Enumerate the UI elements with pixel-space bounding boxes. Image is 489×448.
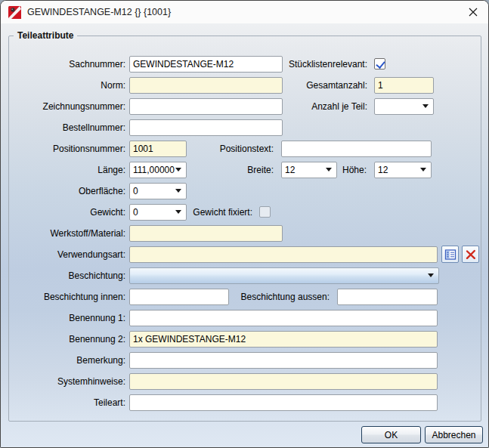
chevron-down-icon (420, 168, 426, 171)
group-title: Teileattribute (14, 30, 77, 41)
bemerkung-label: Bemerkung: (10, 355, 129, 366)
benennung1-input[interactable] (129, 310, 438, 326)
titlebar: GEWINDESTANGE-M12 {} {1001} (1, 1, 488, 23)
cancel-button[interactable]: Abbrechen (425, 426, 483, 443)
chevron-down-icon (175, 210, 181, 214)
close-icon[interactable] (463, 2, 484, 22)
positionstext-input[interactable] (281, 141, 432, 157)
anzahl-je-teil-combobox[interactable] (374, 98, 434, 115)
delete-button[interactable] (462, 246, 479, 263)
chevron-down-icon (175, 189, 181, 193)
chevron-down-icon (175, 168, 181, 171)
norm-label: Norm: (10, 80, 129, 91)
dialog-body: Teileattribute Sachnummer: Stücklistenre… (1, 23, 488, 447)
breite-combobox[interactable]: 12 (281, 162, 337, 178)
laenge-label: Länge: (10, 165, 129, 175)
systemhinweise-input[interactable] (129, 373, 438, 390)
systemhinweise-label: Systemhinweise: (10, 376, 129, 387)
zeichnungsnummer-label: Zeichnungsnummer: (10, 101, 129, 112)
beschichtung-innen-label: Beschichtung innen: (10, 292, 129, 302)
beschichtung-innen-input[interactable] (129, 289, 229, 305)
hoehe-combobox[interactable]: 12 (374, 162, 432, 178)
bestellnummer-input[interactable] (129, 119, 283, 136)
beschichtung-label: Beschichtung: (10, 270, 129, 281)
sachnummer-label: Sachnummer: (10, 59, 129, 70)
norm-input[interactable] (129, 77, 283, 94)
bestellnummer-label: Bestellnummer: (10, 122, 129, 133)
window-title: GEWINDESTANGE-M12 {} {1001} (27, 7, 171, 17)
chevron-down-icon (326, 168, 332, 171)
oberflaeche-combobox[interactable]: 0 (129, 183, 187, 199)
benennung1-label: Benennung 1: (10, 313, 129, 323)
positionstext-label: Positionstext: (187, 144, 277, 154)
gesamtanzahl-label: Gesamtanzahl: (283, 80, 371, 91)
sachnummer-input[interactable] (129, 56, 283, 73)
catalog-select-button[interactable] (441, 246, 459, 263)
teileart-input[interactable] (129, 394, 438, 411)
gewicht-fixiert-checkbox[interactable] (259, 206, 271, 218)
beschichtung-combobox[interactable] (129, 267, 439, 284)
werkstoff-input[interactable] (129, 225, 283, 242)
anzahl-je-teil-label: Anzahl je Teil: (283, 101, 371, 112)
beschichtung-aussen-label: Beschichtung aussen: (229, 292, 333, 302)
part-attributes-dialog: GEWINDESTANGE-M12 {} {1001} Teileattribu… (0, 0, 489, 448)
table-select-icon (444, 249, 457, 261)
verwendungsart-label: Verwendungsart: (10, 249, 129, 260)
zeichnungsnummer-input[interactable] (129, 98, 283, 115)
delete-x-icon (465, 249, 477, 261)
bemerkung-input[interactable] (129, 352, 438, 369)
breite-label: Breite: (187, 165, 277, 175)
ok-button[interactable]: OK (361, 426, 421, 443)
gewicht-combobox[interactable]: 0 (129, 204, 187, 221)
stuecklistenrelevant-label: Stücklistenrelevant: (283, 59, 371, 70)
positionsnummer-input[interactable] (129, 141, 187, 157)
oberflaeche-label: Oberfläche: (10, 186, 129, 196)
werkstoff-label: Werkstoff/Material: (10, 228, 129, 239)
beschichtung-aussen-input[interactable] (337, 289, 438, 305)
chevron-down-icon (422, 104, 429, 108)
benennung2-label: Benennung 2: (10, 334, 129, 344)
gewicht-label: Gewicht: (10, 207, 129, 218)
gewicht-fixiert-label: Gewicht fixiert: (187, 207, 256, 218)
teileart-label: Teileart: (10, 397, 129, 408)
verwendungsart-input[interactable] (129, 246, 438, 263)
benennung2-input[interactable] (129, 331, 438, 348)
stuecklistenrelevant-checkbox[interactable] (374, 58, 385, 70)
gesamtanzahl-input[interactable] (374, 77, 434, 94)
app-icon (8, 6, 21, 19)
laenge-combobox[interactable]: 111,00000 (129, 162, 187, 178)
chevron-down-icon (428, 273, 434, 277)
hoehe-label: Höhe: (337, 165, 370, 175)
positionsnummer-label: Positionsnummer: (10, 144, 129, 154)
